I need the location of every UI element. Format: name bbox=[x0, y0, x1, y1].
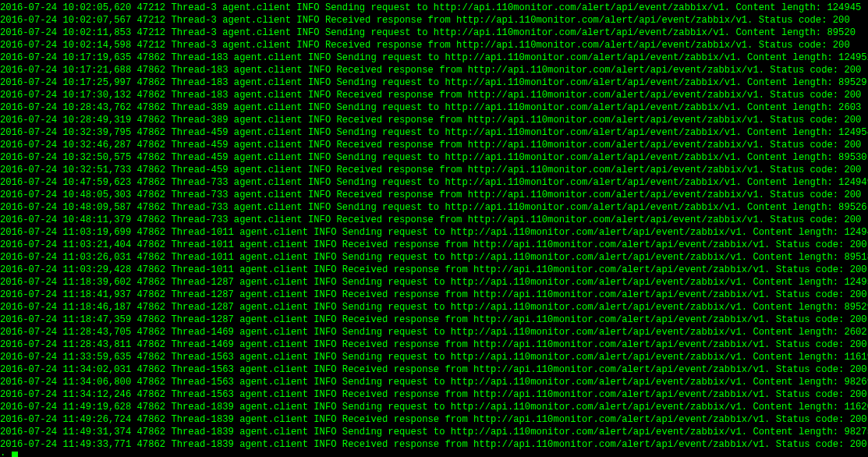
log-line: 2016-07-24 11:34:02,031 47862 Thread-156… bbox=[0, 363, 868, 376]
log-line: 2016-07-24 11:18:47,359 47862 Thread-128… bbox=[0, 314, 868, 326]
log-line: 2016-07-24 11:18:41,937 47862 Thread-128… bbox=[0, 289, 868, 301]
log-line: 2016-07-24 11:03:19,699 47862 Thread-101… bbox=[0, 226, 868, 239]
log-line: 2016-07-24 10:28:49,319 47862 Thread-389… bbox=[0, 114, 868, 126]
log-line: 2016-07-24 10:17:25,997 47862 Thread-183… bbox=[0, 76, 868, 89]
log-line: 2016-07-24 11:18:39,602 47862 Thread-128… bbox=[0, 276, 868, 289]
log-line: 2016-07-24 10:17:30,132 47862 Thread-183… bbox=[0, 89, 868, 101]
log-line: 2016-07-24 10:02:05,620 47212 Thread-3 a… bbox=[0, 2, 868, 14]
log-line: 2016-07-24 10:28:43,762 47862 Thread-389… bbox=[0, 101, 868, 114]
log-line: 2016-07-24 11:03:29,428 47862 Thread-101… bbox=[0, 264, 868, 276]
log-line: 2016-07-24 11:03:26,031 47862 Thread-101… bbox=[0, 251, 868, 264]
log-line: 2016-07-24 11:18:46,187 47862 Thread-128… bbox=[0, 301, 868, 314]
log-line: 2016-07-24 11:34:12,246 47862 Thread-156… bbox=[0, 388, 868, 401]
prompt-line[interactable]: : bbox=[0, 451, 868, 457]
prompt-symbol: : bbox=[0, 452, 12, 457]
log-line: 2016-07-24 11:49:19,628 47862 Thread-183… bbox=[0, 401, 868, 413]
log-line: 2016-07-24 10:47:59,623 47862 Thread-733… bbox=[0, 176, 868, 189]
log-line: 2016-07-24 10:32:50,575 47862 Thread-459… bbox=[0, 151, 868, 164]
log-line: 2016-07-24 10:32:51,733 47862 Thread-459… bbox=[0, 164, 868, 176]
log-line: 2016-07-24 11:28:43,811 47862 Thread-146… bbox=[0, 338, 868, 351]
log-line: 2016-07-24 10:17:21,688 47862 Thread-183… bbox=[0, 64, 868, 76]
log-line: 2016-07-24 11:49:31,374 47862 Thread-183… bbox=[0, 426, 868, 438]
log-line: 2016-07-24 11:49:26,724 47862 Thread-183… bbox=[0, 413, 868, 426]
log-line: 2016-07-24 11:49:33,771 47862 Thread-183… bbox=[0, 438, 868, 451]
log-line: 2016-07-24 11:33:59,635 47862 Thread-156… bbox=[0, 351, 868, 363]
log-line: 2016-07-24 11:03:21,404 47862 Thread-101… bbox=[0, 239, 868, 251]
log-line: 2016-07-24 10:02:11,853 47212 Thread-3 a… bbox=[0, 27, 868, 39]
log-line: 2016-07-24 10:48:11,379 47862 Thread-733… bbox=[0, 214, 868, 226]
log-line: 2016-07-24 10:32:39,795 47862 Thread-459… bbox=[0, 126, 868, 139]
log-line: 2016-07-24 10:02:07,567 47212 Thread-3 a… bbox=[0, 14, 868, 27]
log-line: 2016-07-24 10:32:46,287 47862 Thread-459… bbox=[0, 139, 868, 151]
terminal-output[interactable]: 2016-07-24 10:02:05,620 47212 Thread-3 a… bbox=[0, 0, 868, 457]
cursor-icon bbox=[12, 452, 18, 457]
log-line: 2016-07-24 11:34:06,800 47862 Thread-156… bbox=[0, 376, 868, 388]
log-line: 2016-07-24 10:48:09,587 47862 Thread-733… bbox=[0, 201, 868, 214]
log-line: 2016-07-24 10:02:14,598 47212 Thread-3 a… bbox=[0, 39, 868, 51]
log-line: 2016-07-24 11:28:43,705 47862 Thread-146… bbox=[0, 326, 868, 338]
log-line: 2016-07-24 10:17:19,635 47862 Thread-183… bbox=[0, 51, 868, 64]
log-line: 2016-07-24 10:48:05,303 47862 Thread-733… bbox=[0, 189, 868, 201]
